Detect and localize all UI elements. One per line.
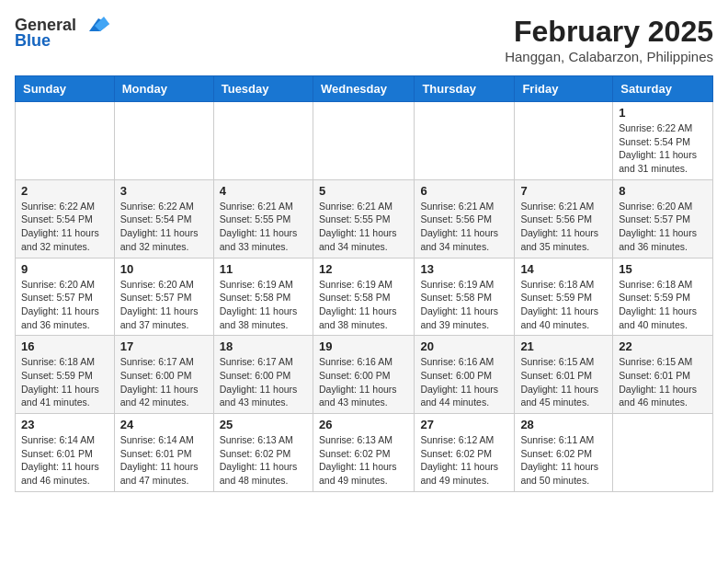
day-info: Sunrise: 6:18 AMSunset: 5:59 PMDaylight:… [520,278,607,332]
day-number: 18 [220,339,307,353]
day-info: Sunrise: 6:22 AMSunset: 5:54 PMDaylight:… [120,200,208,254]
col-saturday: Saturday [613,76,713,102]
table-row: 4Sunrise: 6:21 AMSunset: 5:55 PMDaylight… [213,179,313,258]
day-info: Sunrise: 6:21 AMSunset: 5:56 PMDaylight:… [420,200,508,254]
calendar-week-row: 23Sunrise: 6:14 AMSunset: 6:01 PMDayligh… [16,414,713,492]
table-row: 15Sunrise: 6:18 AMSunset: 5:59 PMDayligh… [613,258,713,336]
calendar-subtitle: Hanggan, Calabarzon, Philippines [505,49,713,64]
day-info: Sunrise: 6:21 AMSunset: 5:55 PMDaylight:… [319,200,408,254]
day-info: Sunrise: 6:13 AMSunset: 6:02 PMDaylight:… [319,433,408,488]
table-row: 7Sunrise: 6:21 AMSunset: 5:56 PMDaylight… [515,179,613,258]
table-row [515,102,613,180]
table-row: 5Sunrise: 6:21 AMSunset: 5:55 PMDaylight… [313,179,414,258]
logo-bird-icon [80,15,109,35]
table-row: 22Sunrise: 6:15 AMSunset: 6:01 PMDayligh… [613,336,713,414]
day-info: Sunrise: 6:21 AMSunset: 5:56 PMDaylight:… [520,200,607,254]
title-area: February 2025 Hanggan, Calabarzon, Phili… [505,15,713,64]
day-info: Sunrise: 6:17 AMSunset: 6:00 PMDaylight:… [120,355,208,409]
calendar-table: Sunday Monday Tuesday Wednesday Thursday… [15,75,713,492]
day-info: Sunrise: 6:22 AMSunset: 5:54 PMDaylight:… [619,121,707,176]
calendar-title: February 2025 [505,15,713,49]
logo-blue-text: Blue [15,31,51,51]
day-number: 6 [420,184,508,198]
calendar-week-row: 16Sunrise: 6:18 AMSunset: 5:59 PMDayligh… [16,336,713,414]
day-info: Sunrise: 6:12 AMSunset: 6:02 PMDaylight:… [420,433,508,488]
day-number: 22 [619,339,707,353]
table-row: 1Sunrise: 6:22 AMSunset: 5:54 PMDaylight… [613,102,713,180]
table-row [415,102,515,180]
table-row: 12Sunrise: 6:19 AMSunset: 5:58 PMDayligh… [313,258,414,336]
table-row [16,102,115,180]
col-friday: Friday [515,76,613,102]
day-number: 28 [520,418,607,431]
table-row: 14Sunrise: 6:18 AMSunset: 5:59 PMDayligh… [515,258,613,336]
calendar-week-row: 9Sunrise: 6:20 AMSunset: 5:57 PMDaylight… [16,258,713,336]
day-number: 7 [520,184,607,198]
day-number: 23 [21,418,108,431]
day-number: 26 [319,418,408,431]
day-number: 11 [220,262,307,276]
day-number: 5 [319,184,408,198]
day-info: Sunrise: 6:16 AMSunset: 6:00 PMDaylight:… [319,355,408,409]
col-monday: Monday [114,76,213,102]
day-info: Sunrise: 6:16 AMSunset: 6:00 PMDaylight:… [420,355,508,409]
table-row: 27Sunrise: 6:12 AMSunset: 6:02 PMDayligh… [415,414,515,492]
day-info: Sunrise: 6:14 AMSunset: 6:01 PMDaylight:… [21,433,108,488]
col-sunday: Sunday [16,76,115,102]
table-row: 28Sunrise: 6:11 AMSunset: 6:02 PMDayligh… [515,414,613,492]
table-row: 8Sunrise: 6:20 AMSunset: 5:57 PMDaylight… [613,179,713,258]
day-number: 27 [420,418,508,431]
table-row: 6Sunrise: 6:21 AMSunset: 5:56 PMDaylight… [415,179,515,258]
table-row: 23Sunrise: 6:14 AMSunset: 6:01 PMDayligh… [16,414,115,492]
day-number: 15 [619,262,707,276]
day-number: 19 [319,339,408,353]
day-info: Sunrise: 6:19 AMSunset: 5:58 PMDaylight:… [220,278,307,332]
day-number: 1 [619,106,707,120]
day-number: 14 [520,262,607,276]
day-number: 24 [120,418,208,431]
table-row: 9Sunrise: 6:20 AMSunset: 5:57 PMDaylight… [16,258,115,336]
table-row: 13Sunrise: 6:19 AMSunset: 5:58 PMDayligh… [415,258,515,336]
table-row: 24Sunrise: 6:14 AMSunset: 6:01 PMDayligh… [114,414,213,492]
day-number: 25 [220,418,307,431]
col-tuesday: Tuesday [213,76,313,102]
day-number: 20 [420,339,508,353]
day-number: 13 [420,262,508,276]
day-info: Sunrise: 6:22 AMSunset: 5:54 PMDaylight:… [21,200,108,254]
table-row: 2Sunrise: 6:22 AMSunset: 5:54 PMDaylight… [16,179,115,258]
table-row: 3Sunrise: 6:22 AMSunset: 5:54 PMDaylight… [114,179,213,258]
table-row: 17Sunrise: 6:17 AMSunset: 6:00 PMDayligh… [114,336,213,414]
day-info: Sunrise: 6:18 AMSunset: 5:59 PMDaylight:… [619,278,707,332]
table-row: 25Sunrise: 6:13 AMSunset: 6:02 PMDayligh… [213,414,313,492]
day-number: 17 [120,339,208,353]
calendar-header-row: Sunday Monday Tuesday Wednesday Thursday… [16,76,713,102]
day-info: Sunrise: 6:11 AMSunset: 6:02 PMDaylight:… [520,433,607,488]
table-row: 10Sunrise: 6:20 AMSunset: 5:57 PMDayligh… [114,258,213,336]
day-info: Sunrise: 6:18 AMSunset: 5:59 PMDaylight:… [21,355,108,409]
table-row [313,102,414,180]
day-info: Sunrise: 6:15 AMSunset: 6:01 PMDaylight:… [619,355,707,409]
day-info: Sunrise: 6:20 AMSunset: 5:57 PMDaylight:… [120,278,208,332]
day-info: Sunrise: 6:14 AMSunset: 6:01 PMDaylight:… [120,433,208,488]
day-info: Sunrise: 6:19 AMSunset: 5:58 PMDaylight:… [319,278,408,332]
day-number: 2 [21,184,108,198]
table-row: 19Sunrise: 6:16 AMSunset: 6:00 PMDayligh… [313,336,414,414]
table-row: 11Sunrise: 6:19 AMSunset: 5:58 PMDayligh… [213,258,313,336]
table-row: 18Sunrise: 6:17 AMSunset: 6:00 PMDayligh… [213,336,313,414]
day-number: 3 [120,184,208,198]
col-thursday: Thursday [415,76,515,102]
day-info: Sunrise: 6:20 AMSunset: 5:57 PMDaylight:… [619,200,707,254]
day-info: Sunrise: 6:13 AMSunset: 6:02 PMDaylight:… [220,433,307,488]
calendar-week-row: 1Sunrise: 6:22 AMSunset: 5:54 PMDaylight… [16,102,713,180]
day-info: Sunrise: 6:21 AMSunset: 5:55 PMDaylight:… [220,200,307,254]
day-number: 16 [21,339,108,353]
logo: General Blue [15,15,109,51]
day-number: 8 [619,184,707,198]
day-info: Sunrise: 6:20 AMSunset: 5:57 PMDaylight:… [21,278,108,332]
table-row: 16Sunrise: 6:18 AMSunset: 5:59 PMDayligh… [16,336,115,414]
calendar-week-row: 2Sunrise: 6:22 AMSunset: 5:54 PMDaylight… [16,179,713,258]
day-info: Sunrise: 6:19 AMSunset: 5:58 PMDaylight:… [420,278,508,332]
table-row: 26Sunrise: 6:13 AMSunset: 6:02 PMDayligh… [313,414,414,492]
header: General Blue February 2025 Hanggan, Cala… [15,15,713,64]
day-info: Sunrise: 6:15 AMSunset: 6:01 PMDaylight:… [520,355,607,409]
